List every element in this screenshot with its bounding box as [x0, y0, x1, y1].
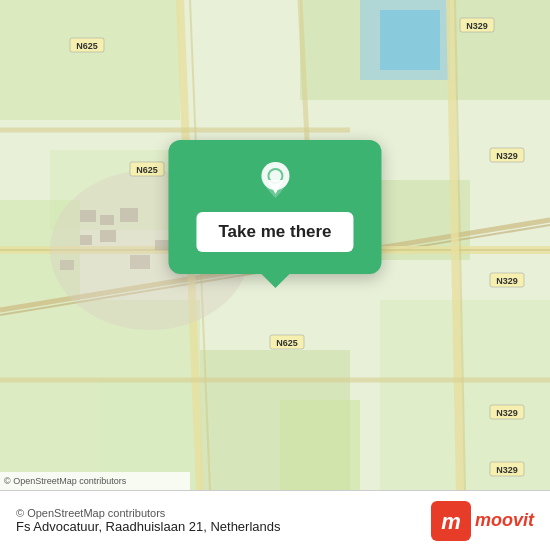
moovit-logo-icon: m	[431, 501, 471, 541]
popup-card: Take me there	[168, 140, 381, 274]
footer-bar: © OpenStreetMap contributors Fs Advocatu…	[0, 490, 550, 550]
location-text: Fs Advocatuur, Raadhuislaan 21, Netherla…	[16, 519, 281, 534]
svg-text:© OpenStreetMap contributors: © OpenStreetMap contributors	[4, 476, 127, 486]
svg-text:N625: N625	[76, 41, 98, 51]
svg-rect-32	[155, 240, 169, 250]
svg-text:N329: N329	[496, 151, 518, 161]
copyright-text: © OpenStreetMap contributors	[16, 507, 281, 519]
svg-rect-26	[100, 215, 114, 225]
svg-text:N329: N329	[466, 21, 488, 31]
svg-text:N625: N625	[136, 165, 158, 175]
svg-point-54	[269, 170, 281, 182]
location-pin-icon	[253, 158, 297, 202]
svg-text:N329: N329	[496, 408, 518, 418]
moovit-logo: m moovit	[431, 501, 534, 541]
svg-rect-4	[380, 10, 440, 70]
svg-text:N625: N625	[276, 338, 298, 348]
moovit-brand-text: moovit	[475, 510, 534, 531]
svg-rect-27	[120, 208, 138, 222]
map-container: N625 N329 N329 N625 N329 N625 N329 N329 …	[0, 0, 550, 490]
footer-left: © OpenStreetMap contributors Fs Advocatu…	[16, 507, 281, 534]
svg-rect-1	[0, 0, 180, 120]
svg-rect-12	[280, 400, 360, 490]
svg-text:N329: N329	[496, 465, 518, 475]
svg-text:m: m	[441, 509, 461, 534]
take-me-there-button[interactable]: Take me there	[196, 212, 353, 252]
svg-rect-29	[100, 230, 116, 242]
svg-rect-31	[130, 255, 150, 269]
svg-rect-25	[80, 210, 96, 222]
svg-text:N329: N329	[496, 276, 518, 286]
svg-rect-30	[60, 260, 74, 270]
svg-rect-28	[80, 235, 92, 245]
